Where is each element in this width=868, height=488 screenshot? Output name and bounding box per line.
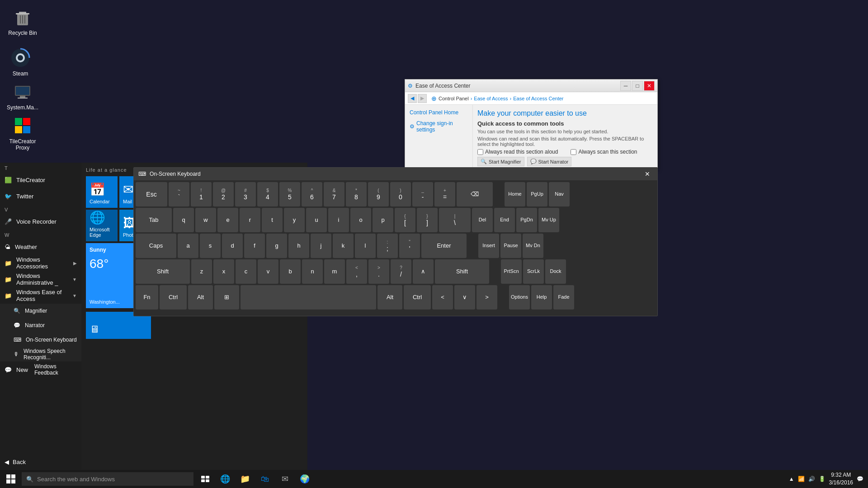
key-r[interactable]: r bbox=[240, 208, 260, 232]
key-4[interactable]: $4 bbox=[257, 182, 278, 206]
key-mvup[interactable]: Mv Up bbox=[538, 208, 559, 232]
key-insert[interactable]: Insert bbox=[478, 234, 499, 258]
clock-display[interactable]: 9:32 AM 3/16/2016 bbox=[829, 471, 853, 487]
key-a[interactable]: a bbox=[178, 234, 198, 258]
key-alt-right[interactable]: Alt bbox=[377, 285, 402, 310]
key-p[interactable]: p bbox=[373, 208, 393, 232]
start-item-voice-recorder[interactable]: 🎤Voice Recorder bbox=[0, 213, 81, 230]
key-tab[interactable]: Tab bbox=[136, 208, 172, 232]
key-h[interactable]: h bbox=[288, 234, 309, 258]
key-m[interactable]: m bbox=[324, 259, 345, 284]
key-o[interactable]: o bbox=[350, 208, 371, 232]
key-f[interactable]: f bbox=[244, 234, 265, 258]
key-g[interactable]: g bbox=[266, 234, 287, 258]
key-win[interactable]: ⊞ bbox=[214, 285, 239, 310]
key-l[interactable]: l bbox=[355, 234, 376, 258]
key-semicolon[interactable]: :; bbox=[377, 234, 398, 258]
taskbar-edge[interactable]: 🌐 bbox=[215, 470, 235, 488]
ease-minimize-button[interactable]: ─ bbox=[620, 81, 631, 91]
key-6[interactable]: ^6 bbox=[302, 182, 322, 206]
key-z[interactable]: z bbox=[191, 259, 212, 284]
key-enter[interactable]: Enter bbox=[421, 234, 467, 258]
tray-expand-button[interactable]: ▲ bbox=[789, 476, 794, 482]
tile-edge[interactable]: 🌐 Microsoft Edge bbox=[86, 210, 118, 241]
start-item-windows-accessories[interactable]: 📁Windows Accessories ▶ bbox=[0, 255, 81, 271]
start-menu-scroll[interactable]: T 🟩TileCreator 🐦Twitter V 🎤Voice Recorde… bbox=[0, 163, 81, 454]
key-quote[interactable]: "' bbox=[399, 234, 420, 258]
start-item-tilecreator[interactable]: 🟩TileCreator bbox=[0, 172, 81, 188]
ease-forward-button[interactable]: ▶ bbox=[418, 94, 427, 103]
start-item-windows-ease[interactable]: 📁Windows Ease of Access ▼ bbox=[0, 287, 81, 304]
key-help[interactable]: Help bbox=[531, 285, 552, 310]
key-0[interactable]: )0 bbox=[390, 182, 411, 206]
key-esc[interactable]: Esc bbox=[136, 182, 167, 206]
ease-change-signin[interactable]: ⚙ Change sign-in settings bbox=[410, 120, 468, 133]
key-minus[interactable]: _- bbox=[412, 182, 433, 206]
key-k[interactable]: k bbox=[333, 234, 354, 258]
key-shift-left[interactable]: Shift bbox=[136, 259, 190, 284]
start-item-twitter[interactable]: 🐦Twitter bbox=[0, 188, 81, 204]
key-equals[interactable]: += bbox=[434, 182, 455, 206]
key-x[interactable]: x bbox=[213, 259, 234, 284]
key-fade[interactable]: Fade bbox=[553, 285, 574, 310]
key-tilde[interactable]: ~` bbox=[169, 182, 189, 206]
key-pause[interactable]: Pause bbox=[500, 234, 521, 258]
key-shift-right[interactable]: Shift bbox=[435, 259, 489, 284]
start-item-windows-feedback[interactable]: 💬New Windows Feedback bbox=[0, 361, 81, 378]
task-view-button[interactable] bbox=[195, 470, 215, 488]
key-period[interactable]: >. bbox=[368, 259, 389, 284]
start-button[interactable] bbox=[0, 470, 22, 488]
key-2[interactable]: @2 bbox=[213, 182, 234, 206]
key-backspace[interactable]: ⌫ bbox=[457, 182, 493, 206]
search-bar[interactable]: 🔍 Search the web and Windows bbox=[22, 472, 193, 486]
key-8[interactable]: *8 bbox=[346, 182, 367, 206]
key-comma[interactable]: <, bbox=[346, 259, 367, 284]
action-center-icon[interactable]: 💬 bbox=[857, 476, 863, 482]
key-rbracket[interactable]: }] bbox=[417, 208, 438, 232]
ease-back-button[interactable]: ◀ bbox=[408, 94, 417, 103]
key-9[interactable]: (9 bbox=[368, 182, 389, 206]
start-item-windows-admin[interactable]: 📁Windows Administrative _ ▼ bbox=[0, 271, 81, 287]
key-backslash[interactable]: |\ bbox=[439, 208, 471, 232]
key-j[interactable]: j bbox=[311, 234, 331, 258]
key-pgdn[interactable]: PgDn bbox=[516, 208, 537, 232]
key-del[interactable]: Del bbox=[472, 208, 493, 232]
key-left-arrow[interactable]: < bbox=[432, 285, 453, 310]
key-dock[interactable]: Dock bbox=[545, 259, 566, 284]
key-space[interactable] bbox=[241, 285, 376, 310]
key-y[interactable]: y bbox=[284, 208, 305, 232]
key-nav[interactable]: Nav bbox=[549, 182, 570, 206]
key-scrlk[interactable]: ScrLk bbox=[523, 259, 544, 284]
taskbar-ie[interactable]: 🌍 bbox=[295, 470, 315, 488]
start-sub-item-osk[interactable]: ⌨On-Screen Keyboard bbox=[0, 333, 81, 347]
key-w[interactable]: w bbox=[195, 208, 216, 232]
start-sub-item-narrator[interactable]: 💬Narrator bbox=[0, 318, 81, 333]
taskbar-mail[interactable]: ✉ bbox=[275, 470, 295, 488]
taskbar-store[interactable]: 🛍 bbox=[255, 470, 275, 488]
osk-close-button[interactable]: ✕ bbox=[642, 169, 653, 179]
start-back-button[interactable]: ◀ Back bbox=[0, 454, 81, 470]
ease-close-button[interactable]: ✕ bbox=[644, 81, 655, 91]
ease-checkbox-scan[interactable] bbox=[571, 149, 576, 155]
key-b[interactable]: b bbox=[280, 259, 301, 284]
key-u[interactable]: u bbox=[306, 208, 327, 232]
key-7[interactable]: &7 bbox=[324, 182, 344, 206]
key-t[interactable]: t bbox=[262, 208, 283, 232]
key-ctrl-left[interactable]: Ctrl bbox=[160, 285, 187, 310]
key-v[interactable]: v bbox=[258, 259, 278, 284]
desktop-icon-steam[interactable]: Steam bbox=[2, 45, 38, 79]
key-home[interactable]: Home bbox=[505, 182, 525, 206]
ease-start-magnifier[interactable]: 🔍 Start Magnifier bbox=[477, 157, 524, 166]
taskbar-explorer[interactable]: 📁 bbox=[235, 470, 255, 488]
tray-volume-icon[interactable]: 🔊 bbox=[808, 476, 815, 482]
start-sub-item-speech[interactable]: 🎙Windows Speech Recogniti... bbox=[0, 347, 81, 361]
key-caps[interactable]: Caps bbox=[136, 234, 176, 258]
key-pgup[interactable]: PgUp bbox=[527, 182, 547, 206]
key-e[interactable]: e bbox=[217, 208, 238, 232]
key-end[interactable]: End bbox=[494, 208, 515, 232]
key-ctrl-right[interactable]: Ctrl bbox=[404, 285, 431, 310]
key-up-arrow[interactable]: ∧ bbox=[413, 259, 434, 284]
key-alt-left[interactable]: Alt bbox=[188, 285, 213, 310]
ease-checkbox-read[interactable] bbox=[477, 149, 483, 155]
desktop-icon-recycle-bin[interactable]: Recycle Bin bbox=[5, 5, 41, 38]
